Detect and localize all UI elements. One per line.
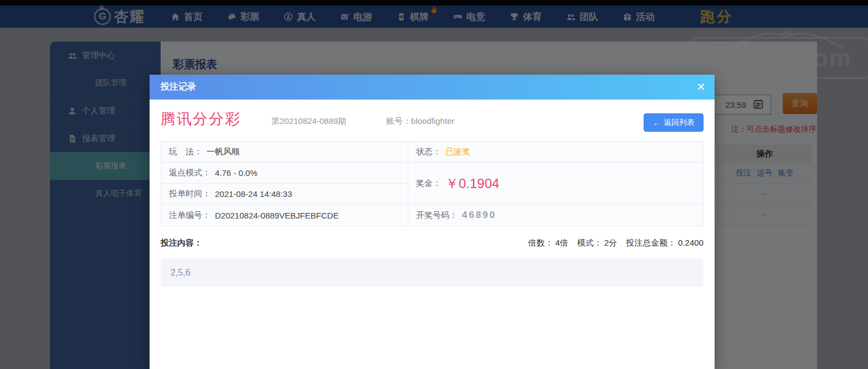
account-info: 账号：bloodfighter [386, 116, 454, 127]
prize-row: 奖金： ￥0.1904 [408, 163, 703, 205]
bet-record-modal: 投注记录 ✕ 腾讯分分彩 第20210824-0889期 账号：bloodfig… [150, 75, 715, 369]
bet-stats: 倍数：4倍 模式：2分 投注总金额：0.2400 [528, 238, 703, 248]
bet-content-value: 2,5,6 [171, 268, 191, 278]
draw-number-row: 开奖号码： 46890 [408, 205, 703, 226]
rebate-mode-row: 返点模式： 4.76 - 0.0% [161, 163, 408, 184]
status-row: 状态： 已派奖 [408, 142, 703, 163]
bet-content-header-row: 投注内容： 倍数：4倍 模式：2分 投注总金额：0.2400 [161, 238, 703, 248]
game-name: 腾讯分分彩 [161, 109, 241, 129]
bet-summary-row: 腾讯分分彩 第20210824-0889期 账号：bloodfighter [161, 109, 455, 129]
total-amount-stat: 投注总金额：0.2400 [626, 238, 703, 248]
left-arrow-icon: ← [653, 118, 660, 127]
bet-content-box: 2,5,6 [161, 258, 703, 287]
bet-detail-right-column: 状态： 已派奖 奖金： ￥0.1904 开奖号码： 46890 [408, 142, 703, 226]
draw-number: 46890 [462, 210, 496, 221]
bet-time-row: 投单时间： 2021-08-24 14:48:33 [161, 184, 408, 205]
bet-detail-table: 玩 法： 一帆风顺 返点模式： 4.76 - 0.0% 投单时间： 2021-0… [161, 141, 703, 226]
bet-content-label: 投注内容： [161, 238, 202, 248]
screen: ♛ G 杏耀 首页 彩票 真人 电游 棋牌 [0, 0, 868, 369]
bet-number-row: 注单编号： D20210824-0889VEBJFEBFCDE [161, 205, 408, 226]
multiplier-stat: 倍数：4倍 [528, 238, 568, 248]
close-icon[interactable]: ✕ [696, 80, 706, 93]
draw-period: 第20210824-0889期 [271, 116, 346, 127]
modal-header: 投注记录 ✕ [150, 75, 715, 100]
back-to-list-button[interactable]: ← 返回列表 [644, 113, 703, 132]
bet-detail-left-column: 玩 法： 一帆风顺 返点模式： 4.76 - 0.0% 投单时间： 2021-0… [161, 142, 408, 226]
mode-stat: 模式：2分 [577, 238, 617, 248]
play-method-row: 玩 法： 一帆风顺 [161, 142, 408, 163]
modal-title: 投注记录 [150, 81, 196, 93]
status-badge: 已派奖 [445, 147, 470, 157]
prize-amount: ￥0.1904 [445, 175, 499, 193]
